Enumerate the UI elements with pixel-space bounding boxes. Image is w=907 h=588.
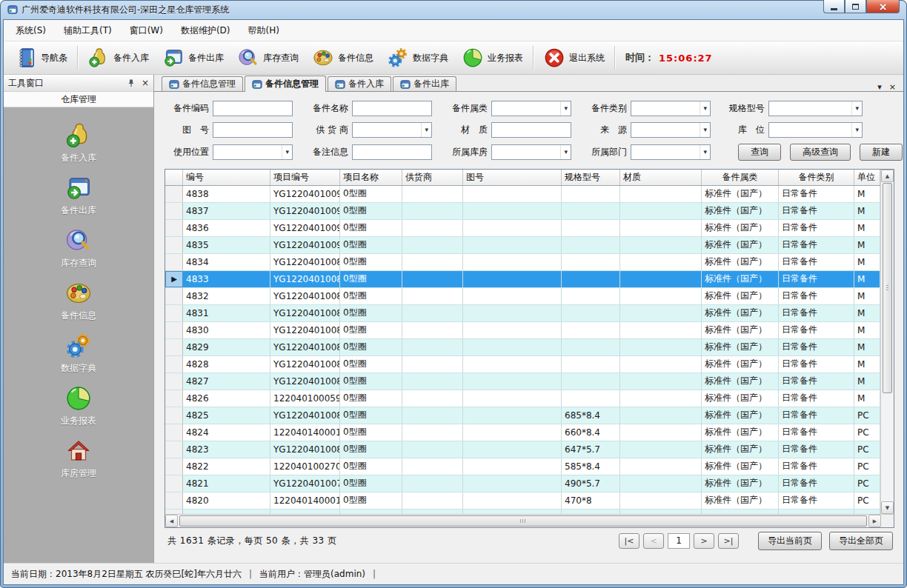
table-row[interactable]: ▶ 4837 YG12204010092 0型圈 — [165, 203, 880, 220]
next-page-button[interactable]: > — [694, 533, 714, 549]
toolbar-button-navbar[interactable]: 导航条 — [8, 44, 74, 72]
table-row[interactable]: ▶ 4832 YG12204010087 0型圈 — [165, 288, 880, 305]
header-type[interactable]: 备件类别 — [779, 170, 854, 185]
maximize-button[interactable] — [845, 0, 866, 13]
type-select[interactable]: ▾ — [631, 101, 711, 116]
table-row[interactable]: ▶ 4827 YG12204010082 0型圈 — [165, 373, 880, 390]
table-row[interactable]: ▶ 4822 1220401002700 0型圈 585*8.4 — [165, 458, 880, 475]
row-selector-cell[interactable]: ▶ — [165, 254, 183, 270]
row-selector-cell[interactable]: ▶ — [165, 407, 183, 424]
scroll-up-icon[interactable]: ▲ — [881, 170, 894, 182]
toolbar-button-business-report[interactable]: 业务报表 — [455, 44, 530, 72]
last-page-button[interactable]: >| — [718, 533, 739, 549]
menu-item[interactable]: 帮助(H) — [239, 21, 288, 41]
table-row[interactable]: ▶ 4831 YG12204010086 0型圈 — [165, 305, 880, 322]
close-button[interactable]: × — [866, 0, 900, 13]
supplier-select[interactable]: ▾ — [352, 122, 432, 138]
tab-parts-info-management-1[interactable]: 备件信息管理 — [162, 76, 243, 91]
row-selector-cell[interactable]: ▶ — [165, 322, 183, 338]
table-row[interactable]: ▶ 4835 YG12204010090 0型圈 — [165, 237, 880, 254]
tab-parts-info-management-2[interactable]: 备件信息管理 — [245, 76, 326, 92]
row-selector-cell[interactable]: ▶ — [165, 475, 183, 492]
sidebar-item-parts-info[interactable]: 备件信息 — [4, 279, 153, 322]
warehouse-select[interactable]: ▾ — [491, 144, 571, 160]
table-row[interactable]: ▶ 4836 YG12204010091 0型圈 — [165, 220, 880, 237]
row-selector-cell[interactable]: ▶ — [165, 305, 183, 321]
advanced-search-button[interactable]: 高级查询 — [790, 144, 851, 161]
prev-page-button[interactable]: < — [643, 533, 664, 549]
material-field[interactable] — [491, 122, 571, 138]
row-selector-cell[interactable]: ▶ — [165, 458, 183, 475]
source-select[interactable]: ▾ — [631, 122, 711, 138]
header-unit[interactable]: 单位 — [854, 170, 880, 185]
header-spec[interactable]: 规格型号 — [562, 170, 620, 185]
sidebar-group-header[interactable]: 仓库管理 — [4, 92, 153, 107]
scroll-right-icon[interactable]: ▶ — [868, 515, 881, 527]
table-row[interactable]: ▶ 4823 YG12204010080 0型圈 647*5.7 — [165, 441, 880, 458]
close-panel-icon[interactable]: × — [142, 78, 149, 88]
remark-field[interactable] — [352, 144, 432, 160]
row-selector-cell[interactable]: ▶ — [165, 237, 183, 253]
header-material[interactable]: 材质 — [620, 170, 702, 185]
table-row[interactable]: ▶ 4829 YG12204010084 0型圈 — [165, 339, 880, 356]
header-drawing-no[interactable]: 图号 — [463, 170, 562, 185]
sidebar-item-business-report[interactable]: 业务报表 — [4, 384, 153, 427]
menu-item[interactable]: 数据维护(D) — [172, 21, 239, 41]
table-row[interactable]: ▶ 4828 YG12204010083 0型圈 — [165, 356, 880, 373]
table-row[interactable]: ▶ 4824 1220401400012 0型圈 660*8.4 — [165, 424, 880, 441]
header-id[interactable]: 编号 — [183, 170, 270, 185]
header-supplier[interactable]: 供货商 — [402, 170, 463, 185]
location-select[interactable]: ▾ — [768, 122, 863, 138]
table-row[interactable]: ▶ 4825 YG12204010081 0型圈 685*8.4 — [165, 407, 880, 424]
row-selector-cell[interactable]: ▶ — [165, 492, 183, 509]
row-selector-cell[interactable]: ▶ — [165, 271, 183, 287]
row-selector-cell[interactable]: ▶ — [165, 356, 183, 372]
spare-code-field[interactable] — [213, 101, 293, 116]
table-row[interactable]: ▶ 4820 1220401400013 0型圈 470*8 — [165, 492, 880, 510]
table-row[interactable]: ▶ 4833 YG12204010088 0型圈 — [165, 271, 880, 288]
department-select[interactable]: ▾ — [631, 144, 711, 160]
sidebar-item-warehouse-management[interactable]: 库房管理 — [4, 437, 153, 480]
close-tab-icon[interactable]: × — [889, 83, 896, 91]
row-selector-cell[interactable]: ▶ — [165, 186, 183, 202]
tab-list-dropdown-icon[interactable]: ▾ — [877, 83, 882, 91]
scroll-down-icon[interactable]: ▼ — [881, 501, 894, 514]
tab-parts-outbound[interactable]: 备件出库 — [393, 76, 456, 91]
table-row[interactable]: ▶ 4826 1220401000599 0型圈 — [165, 390, 880, 407]
table-row[interactable]: ▶ 4830 YG12204010085 0型圈 — [165, 322, 880, 339]
first-page-button[interactable]: |< — [619, 533, 639, 549]
horizontal-scrollbar[interactable]: ◀ ▶ — [165, 514, 894, 527]
pin-icon[interactable] — [127, 78, 136, 87]
row-selector-cell[interactable]: ▶ — [165, 220, 183, 236]
row-selector-cell[interactable]: ▶ — [165, 288, 183, 304]
page-number-input[interactable]: 1 — [668, 533, 690, 549]
vertical-scrollbar[interactable]: ▲ ▼ — [880, 170, 894, 514]
sidebar-item-inventory-query[interactable]: 库存查询 — [4, 227, 153, 270]
row-selector-cell[interactable]: ▶ — [165, 373, 183, 390]
category-select[interactable]: ▾ — [491, 101, 571, 116]
scroll-left-icon[interactable]: ◀ — [165, 515, 178, 527]
minimize-button[interactable] — [823, 0, 845, 13]
menu-item[interactable]: 系统(S) — [7, 21, 55, 41]
row-selector-cell[interactable]: ▶ — [165, 424, 183, 441]
sidebar-item-parts-outbound[interactable]: 备件出库 — [4, 174, 153, 217]
row-selector-cell[interactable]: ▶ — [165, 203, 183, 219]
use-position-select[interactable]: ▾ — [213, 144, 293, 160]
table-row[interactable]: ▶ 4838 YG12204010093 0型圈 — [165, 186, 880, 203]
table-row[interactable]: ▶ 4834 YG12204010089 0型圈 — [165, 254, 880, 271]
vertical-scroll-thumb[interactable] — [883, 183, 892, 393]
drawing-no-field[interactable] — [213, 122, 293, 138]
horizontal-scroll-thumb[interactable] — [179, 515, 867, 527]
header-project-code[interactable]: 项目编号 — [270, 170, 340, 185]
table-row[interactable]: ▶ 4821 YG12204010079 0型圈 490*5.7 — [165, 475, 880, 492]
toolbar-button-parts-inbound[interactable]: 备件入库 — [81, 44, 156, 72]
export-all-pages-button[interactable]: 导出全部页 — [829, 532, 893, 550]
row-selector-cell[interactable]: ▶ — [165, 390, 183, 407]
menu-item[interactable]: 辅助工具(T) — [55, 21, 121, 41]
toolbar-button-inventory-query[interactable]: 库存查询 — [230, 44, 305, 72]
spare-name-field[interactable] — [352, 101, 432, 116]
toolbar-button-parts-outbound[interactable]: 备件出库 — [156, 44, 230, 72]
sidebar-item-data-dictionary[interactable]: 数据字典 — [4, 332, 153, 375]
search-button[interactable]: 查询 — [738, 144, 781, 161]
header-category[interactable]: 备件属类 — [702, 170, 779, 185]
